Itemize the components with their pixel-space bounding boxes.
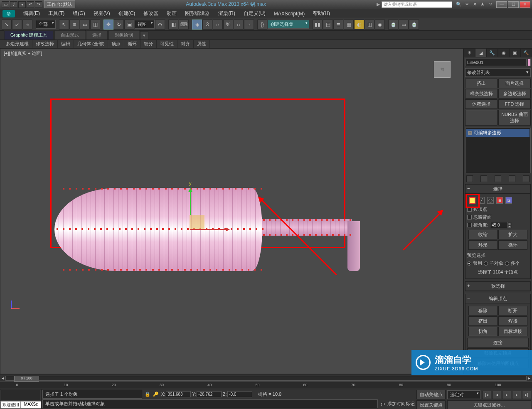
time-slider[interactable]: ◂ 0 / 100 ▸ bbox=[0, 375, 532, 382]
menu-edit[interactable]: 编辑(E) bbox=[19, 9, 44, 18]
break-button[interactable]: 断开 bbox=[498, 306, 527, 315]
sub-mod-sel[interactable]: 修改选择 bbox=[32, 40, 58, 48]
auto-key-button[interactable]: 自动关键点 bbox=[416, 390, 446, 399]
spinner-snap-icon[interactable]: % bbox=[223, 20, 233, 30]
tab-selection[interactable]: 选择 bbox=[86, 30, 108, 39]
qat-open-icon[interactable]: ⤴ bbox=[10, 1, 17, 8]
chamfer-button[interactable]: 切角 bbox=[468, 327, 498, 336]
edit-vertex-header[interactable]: −编辑顶点 bbox=[466, 294, 530, 303]
add-marker-label[interactable]: 添加时间标记 bbox=[387, 401, 415, 407]
spinner-down-icon[interactable]: ▾ bbox=[507, 225, 512, 228]
remove-mod-icon[interactable] bbox=[509, 175, 515, 182]
target-weld-button[interactable]: 目标焊接 bbox=[498, 327, 527, 336]
menu-animation[interactable]: 动画 bbox=[163, 9, 181, 18]
close-button[interactable]: ✕ bbox=[520, 1, 530, 8]
viewport-label[interactable]: [+][前][真实 + 边面] bbox=[4, 50, 42, 57]
x-input[interactable] bbox=[166, 391, 191, 397]
weld-button[interactable]: 焊接 bbox=[498, 316, 527, 326]
exchange-icon[interactable]: ✕ bbox=[471, 1, 478, 8]
soft-select-header[interactable]: +软选择 bbox=[466, 282, 530, 291]
goto-start-icon[interactable]: |◂ bbox=[482, 391, 491, 399]
snap-toggle-icon[interactable]: ◈ bbox=[192, 20, 202, 30]
modifier-list-dropdown[interactable]: 修改器列表 bbox=[465, 68, 531, 77]
menu-help[interactable]: 帮助(H) bbox=[309, 9, 334, 18]
btn-vol-sel[interactable]: 体积选择 bbox=[465, 99, 498, 109]
pin-stack-icon[interactable] bbox=[466, 175, 473, 182]
menu-group[interactable]: 组(G) bbox=[69, 9, 89, 18]
remove-button[interactable]: 移除 bbox=[468, 306, 498, 315]
motion-tab-icon[interactable]: ◉ bbox=[498, 48, 509, 57]
track-bar[interactable]: 0102030405060708090100 bbox=[0, 382, 532, 389]
select-name-icon[interactable]: ≡ bbox=[69, 20, 79, 30]
btn-poly-sel[interactable]: 多边形选择 bbox=[498, 89, 531, 99]
object-color-swatch[interactable] bbox=[528, 59, 531, 66]
menu-tools[interactable]: 工具(T) bbox=[44, 9, 69, 18]
material-editor-icon[interactable]: ◉ bbox=[375, 20, 385, 30]
dope-sheet-icon[interactable]: ◫ bbox=[365, 20, 374, 30]
by-angle-checkbox[interactable] bbox=[467, 223, 472, 227]
selection-rollout-header[interactable]: −选择 bbox=[466, 185, 530, 194]
gizmo-x-axis-icon[interactable] bbox=[190, 229, 228, 230]
y-input[interactable] bbox=[197, 391, 222, 397]
menu-create[interactable]: 创建(C) bbox=[114, 9, 140, 18]
signin-icon[interactable]: ✶ bbox=[463, 1, 470, 8]
utilities-tab-icon[interactable]: 🔨 bbox=[521, 48, 532, 57]
ring-button[interactable]: 环形 bbox=[468, 240, 498, 250]
gizmo-y-axis-icon[interactable] bbox=[190, 190, 191, 215]
modify-tab-icon[interactable]: ◢ bbox=[475, 48, 486, 57]
menu-maxscript[interactable]: MAXScript(M) bbox=[270, 10, 309, 17]
bind-icon[interactable]: ⟐ bbox=[22, 20, 32, 30]
binoculars-icon[interactable]: 🔍 bbox=[456, 1, 462, 8]
pivot-icon[interactable]: ⊙ bbox=[155, 20, 165, 30]
render-preview[interactable] bbox=[1, 390, 40, 400]
menu-render[interactable]: 渲染(R) bbox=[214, 9, 239, 18]
ignore-back-checkbox[interactable] bbox=[467, 215, 472, 219]
tab-paint[interactable]: 对象绘制 bbox=[108, 30, 139, 39]
expand-icon[interactable]: + bbox=[468, 131, 472, 135]
key-filter-dropdown[interactable]: 选定对 bbox=[447, 390, 480, 399]
menu-customize[interactable]: 自定义(U) bbox=[239, 9, 270, 18]
menu-modifiers[interactable]: 修改器 bbox=[139, 9, 163, 18]
mirror-icon[interactable]: ▮▮ bbox=[313, 20, 323, 30]
btn-nurbs-sel[interactable]: NURBS 曲面选择 bbox=[498, 110, 531, 126]
object-name-input[interactable] bbox=[465, 59, 527, 66]
sub-loop[interactable]: 循环 bbox=[124, 40, 140, 48]
help-icon[interactable]: ? bbox=[487, 1, 494, 8]
btn-spline-sel[interactable]: 样条线选择 bbox=[465, 89, 498, 99]
qat-save-icon[interactable]: ▾ bbox=[18, 1, 26, 8]
sub-subdiv[interactable]: 细分 bbox=[140, 40, 157, 48]
key-filters-button[interactable]: 关键点过滤器... bbox=[447, 400, 531, 409]
selection-filter[interactable]: 全部 bbox=[36, 20, 56, 29]
percent-snap-icon[interactable]: ∩ bbox=[213, 20, 223, 30]
select-rect-icon[interactable]: ▭ bbox=[80, 20, 90, 30]
stack-editable-poly[interactable]: + 可编辑多边形 bbox=[466, 129, 530, 137]
unlink-icon[interactable]: ↙ bbox=[12, 20, 22, 30]
viewport[interactable]: [+][前][真实 + 边面] 前 bbox=[0, 48, 463, 374]
snap2-icon[interactable]: ∩ bbox=[244, 20, 254, 30]
radio-disable[interactable] bbox=[467, 261, 471, 266]
snap-icon[interactable]: ∩ bbox=[234, 20, 244, 30]
key-icon[interactable]: 🔑 bbox=[153, 392, 159, 397]
qat-redo-icon[interactable]: ↷ bbox=[35, 1, 42, 8]
tab-graphite[interactable]: Graphite 建模工具 bbox=[4, 30, 54, 39]
sub-geom[interactable]: 几何体 (全部) bbox=[74, 40, 108, 48]
grow-button[interactable]: 扩大 bbox=[498, 230, 527, 239]
hierarchy-tab-icon[interactable]: 🔧 bbox=[487, 48, 498, 57]
app-menu-icon[interactable]: ◎ bbox=[2, 10, 15, 17]
shrink-button[interactable]: 收缩 bbox=[468, 230, 498, 239]
rotate-icon[interactable]: ↻ bbox=[114, 20, 124, 30]
manipulate-icon[interactable]: ◧ bbox=[168, 20, 178, 30]
element-subobj-icon[interactable]: ◪ bbox=[505, 197, 512, 204]
radio-multi[interactable] bbox=[505, 261, 509, 266]
btn-ffd-sel[interactable]: FFD 选择 bbox=[498, 99, 531, 109]
sub-vertex[interactable]: 顶点 bbox=[108, 40, 124, 48]
polygon-subobj-icon[interactable]: ◼ bbox=[496, 197, 503, 204]
sub-edit[interactable]: 编辑 bbox=[58, 40, 74, 48]
search-input[interactable]: 键入关键字或短语 bbox=[382, 1, 452, 8]
layers-icon[interactable]: ≣ bbox=[333, 20, 343, 30]
connect-button[interactable]: 连接 bbox=[467, 338, 529, 347]
time-handle[interactable]: 0 / 100 bbox=[14, 376, 39, 382]
menu-graph[interactable]: 图形编辑器 bbox=[181, 9, 214, 18]
btn-extrude[interactable]: 挤出 bbox=[465, 79, 498, 88]
show-end-icon[interactable] bbox=[480, 175, 487, 182]
